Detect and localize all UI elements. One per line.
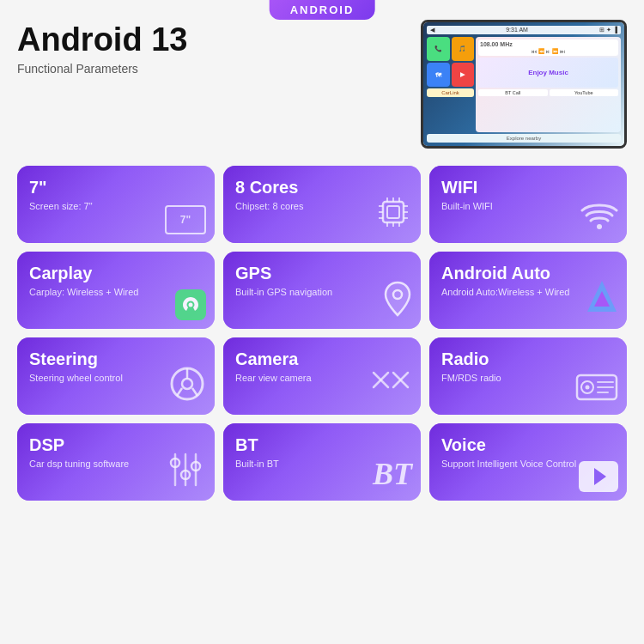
feature-wifi: WIFI Built-in WIFI [429,166,627,243]
feature-camera-title: Camera [235,349,409,368]
camera-icon [369,368,412,406]
svg-point-14 [597,224,602,229]
screen-icon: 7" [165,205,206,234]
feature-screen: 7" Screen size: 7" 7" [17,166,215,243]
steering-icon [168,365,206,406]
svg-line-20 [177,388,182,396]
device-screen: ◀ 9:31 AM ⊞ ✦ ▐ 📞 🎵 🗺 ▶ CarLink [423,22,624,146]
feature-carplay-title: Carplay [29,264,203,283]
feature-voice: Voice Support Intelligent Voice Control [429,423,627,501]
feature-steering: Steering Steering wheel control [17,337,215,415]
device-mockup: ◀ 9:31 AM ⊞ ✦ ▐ 📞 🎵 🗺 ▶ CarLink [421,20,627,149]
voice-icon [579,461,618,492]
sub-title: Functional Parameters [17,62,421,76]
feature-screen-title: 7" [29,178,203,197]
svg-point-28 [586,386,590,390]
svg-point-18 [182,379,192,389]
feature-dsp: DSP Car dsp tuning software [17,423,215,501]
features-grid: 7" Screen size: 7" 7" 8 Cores Chipset: 8… [0,157,644,509]
main-title: Android 13 [17,22,421,58]
bt-icon: BT [373,456,412,492]
feature-wifi-title: WIFI [441,178,615,197]
svg-line-21 [192,388,197,396]
title-area: Android 13 Functional Parameters [17,15,421,76]
chip-icon [374,193,412,234]
android-auto-icon [586,279,618,320]
feature-gps: GPS Built-in GPS navigation [223,252,421,329]
wifi-icon [580,200,618,234]
feature-camera: Camera Rear view camera [223,337,421,415]
feature-bt: BT Built-in BT BT [223,423,421,501]
play-button-icon [579,461,618,492]
carplay-logo-icon [175,289,206,320]
feature-gps-title: GPS [235,264,409,283]
header: Android 13 Functional Parameters ◀ 9:31 … [0,0,644,157]
feature-bt-title: BT [235,435,409,454]
play-triangle-icon [594,468,606,485]
status-bar: ◀ 9:31 AM ⊞ ✦ ▐ [427,26,621,34]
radio-icon [575,368,618,406]
svg-point-15 [189,303,193,307]
feature-android-auto: Android Auto Android Auto:Wireless + Wir… [429,252,627,329]
feature-cores: 8 Cores Chipset: 8 cores [223,166,421,243]
svg-rect-0 [383,202,404,222]
feature-carplay: Carplay Carplay: Wireless + Wired [17,252,215,329]
bt-text-icon: BT [373,457,412,491]
feature-voice-title: Voice [441,435,615,454]
feature-radio-title: Radio [441,349,615,368]
svg-rect-1 [387,206,399,218]
gps-icon [383,281,412,320]
carplay-icon [175,289,206,320]
screen-display-icon: 7" [165,205,206,234]
dsp-icon [165,451,206,492]
feature-radio: Radio FM/RDS radio [429,337,627,415]
